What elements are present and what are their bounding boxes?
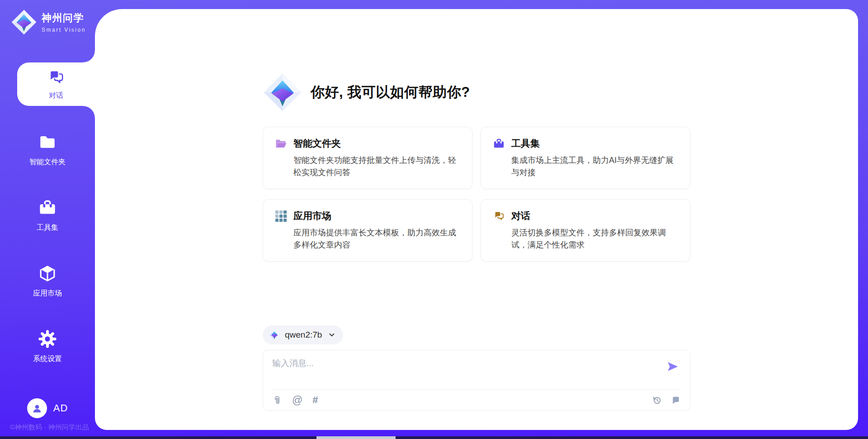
message-input[interactable]	[272, 358, 652, 387]
send-icon	[666, 360, 679, 373]
card-description: 应用市场提供丰富长文本模板，助力高效生成多样化文章内容	[293, 227, 460, 251]
message-composer: @ #	[263, 350, 690, 411]
comment-icon[interactable]	[671, 395, 681, 405]
card-title: 工具集	[511, 137, 540, 150]
gear-icon	[38, 329, 57, 348]
cube-icon	[38, 264, 57, 283]
sidebar-item-label: 智能文件夹	[29, 157, 66, 167]
hash-icon[interactable]: #	[312, 395, 318, 405]
scrollbar-thumb[interactable]	[316, 436, 396, 439]
mention-icon[interactable]: @	[292, 395, 302, 405]
card-head: 智能文件夹	[275, 137, 460, 150]
brand-text: 神州问学 Smart Vision	[42, 11, 86, 33]
folder-open-icon	[275, 138, 287, 150]
toolbox-icon	[38, 198, 57, 217]
user-account[interactable]: AD	[0, 398, 95, 418]
sidebar-item-smart-folder[interactable]: 智能文件夹	[0, 117, 95, 182]
sidebar-item-settings[interactable]: 系统设置	[0, 314, 95, 379]
paperclip-icon[interactable]	[272, 395, 282, 405]
toolbox-icon	[493, 138, 505, 150]
card-app-market[interactable]: 应用市场 应用市场提供丰富长文本模板，助力高效生成多样化文章内容	[263, 199, 472, 262]
card-description: 智能文件夹功能支持批量文件上传与清洗，轻松实现文件问答	[293, 154, 460, 179]
brand-gem-icon	[11, 9, 37, 35]
sidebar-item-toolset[interactable]: 工具集	[0, 182, 95, 248]
sidebar-item-label: 对话	[49, 91, 63, 100]
chat-icon	[493, 210, 505, 222]
sidebar-item-label: 工具集	[37, 223, 58, 233]
composer-toolbar-right	[652, 395, 681, 405]
app-root: { "brand": { "name": "神州问学", "subtitle":…	[0, 0, 868, 439]
card-title: 智能文件夹	[293, 137, 341, 150]
sidebar: 神州问学 Smart Vision 对话 智能文件夹 工具集 应用市场 系统设置	[0, 0, 95, 439]
chat-icon	[47, 68, 65, 86]
assistant-gem-icon	[263, 72, 302, 112]
sidebar-item-app-market[interactable]: 应用市场	[0, 248, 95, 314]
card-toolset[interactable]: 工具集 集成市场上主流工具，助力AI与外界无缝扩展与对接	[481, 127, 690, 189]
card-head: 工具集	[493, 137, 678, 150]
avatar	[27, 398, 47, 418]
card-head: 应用市场	[275, 210, 460, 222]
composer-toolbar: @ #	[272, 390, 681, 405]
model-selector[interactable]: qwen2:7b	[263, 325, 343, 344]
history-icon[interactable]	[652, 395, 662, 405]
send-button[interactable]	[666, 360, 679, 373]
main-panel: 你好, 我可以如何帮助你? 智能文件夹 智能文件夹功能支持批量文件上传与清洗，轻…	[95, 9, 858, 430]
feature-cards: 智能文件夹 智能文件夹功能支持批量文件上传与清洗，轻松实现文件问答 工具集 集成…	[263, 127, 690, 262]
person-icon	[31, 402, 43, 414]
card-description: 集成市场上主流工具，助力AI与外界无缝扩展与对接	[511, 154, 678, 179]
card-title: 应用市场	[293, 210, 331, 222]
brand-name: 神州问学	[42, 11, 86, 25]
model-gem-icon	[269, 329, 280, 341]
main-content: 你好, 我可以如何帮助你? 智能文件夹 智能文件夹功能支持批量文件上传与清洗，轻…	[263, 9, 690, 430]
card-chat[interactable]: 对话 灵活切换多模型文件，支持多样回复效果调试，满足个性化需求	[481, 199, 690, 262]
grid-icon	[275, 210, 287, 222]
card-head: 对话	[493, 210, 678, 222]
brand-subtitle: Smart Vision	[42, 27, 86, 33]
user-initials: AD	[53, 402, 68, 414]
sidebar-nav: 对话 智能文件夹 工具集 应用市场 系统设置	[0, 51, 95, 379]
sidebar-item-label: 系统设置	[33, 354, 62, 364]
chevron-down-icon	[328, 331, 336, 339]
card-smart-folder[interactable]: 智能文件夹 智能文件夹功能支持批量文件上传与清洗，轻松实现文件问答	[263, 127, 472, 189]
sidebar-item-label: 应用市场	[33, 289, 62, 298]
horizontal-scrollbar[interactable]	[0, 436, 868, 439]
greeting-title: 你好, 我可以如何帮助你?	[311, 83, 470, 102]
folder-icon	[38, 133, 57, 152]
card-title: 对话	[511, 210, 530, 222]
sidebar-item-chat[interactable]: 对话	[17, 62, 95, 106]
brand-logo: 神州问学 Smart Vision	[11, 9, 86, 35]
model-name: qwen2:7b	[285, 330, 322, 340]
card-description: 灵活切换多模型文件，支持多样回复效果调试，满足个性化需求	[511, 227, 678, 251]
copyright-text: ©神州数码 · 神州问学出品	[10, 423, 89, 432]
greeting-block: 你好, 我可以如何帮助你?	[263, 72, 690, 112]
chat-area: qwen2:7b @ #	[263, 325, 690, 411]
